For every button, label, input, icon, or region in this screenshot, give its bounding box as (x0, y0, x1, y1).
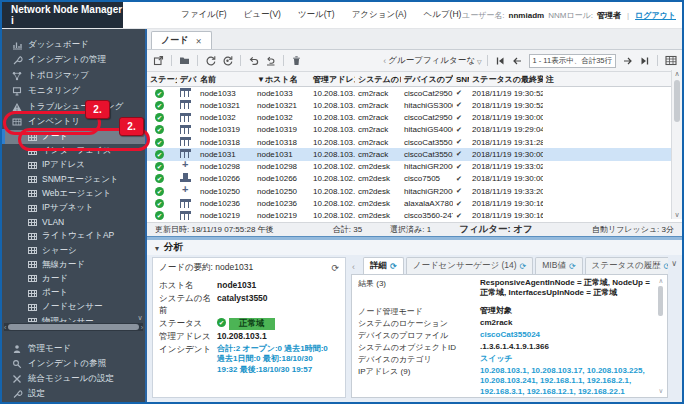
menu-actions[interactable]: アクション(A) (352, 9, 407, 21)
table-row[interactable]: node10250 node10250 10.208.102.5 cm2desk… (147, 185, 682, 197)
refresh-button[interactable] (203, 53, 218, 68)
sidebar-subitem[interactable]: ライトウェイトAP (2, 229, 145, 243)
sidebar-subitem[interactable]: IPサブネット (2, 201, 145, 215)
menu-help[interactable]: ヘルプ(H) (423, 9, 461, 21)
logout-link[interactable]: ログアウト (635, 10, 676, 21)
ip-address-link[interactable]: 192.168.22.1 (578, 387, 625, 396)
sidebar-horizontal-scrollbar[interactable]: ‹› (4, 323, 143, 331)
scroll-up-icon[interactable]: ∧ (659, 277, 664, 285)
analysis-tab[interactable]: MIB値 (535, 257, 582, 274)
next-page-button[interactable] (620, 53, 635, 68)
sidebar-item-dashboard[interactable]: ダッシュボード (2, 37, 145, 53)
refresh-icon[interactable] (331, 263, 339, 273)
open-in-new-window-button[interactable] (151, 53, 166, 68)
sidebar-subitem[interactable]: 無線カード (2, 258, 145, 272)
table-row[interactable]: node10319 node10319 10.208.103.1 cm2rack… (147, 124, 682, 136)
last-page-button[interactable] (637, 53, 652, 68)
menu-file[interactable]: ファイル(F) (181, 9, 227, 21)
table-row[interactable]: node1032 node1032 10.208.103.2 cm2rack c… (147, 112, 682, 124)
ip-address-link[interactable]: 10.208.103.17 (531, 366, 587, 375)
panel-collapse-icon[interactable] (671, 259, 677, 268)
sidebar-subitem[interactable]: ノードセンサー (2, 300, 145, 314)
magnifier-icon (11, 359, 22, 369)
scrollbar-thumb[interactable] (8, 324, 138, 330)
ip-address-link[interactable]: 192.168.12.1 (527, 387, 578, 396)
ip-address-link[interactable]: 192.168.1.1 (540, 376, 587, 385)
ip-address-link[interactable]: 192.168.2.1 (587, 376, 632, 385)
analysis-tab[interactable]: 詳細 (363, 257, 404, 274)
tabs-scroll-left-icon[interactable] (352, 262, 355, 272)
scroll-down-icon[interactable]: ∨ (137, 314, 142, 322)
ip-address-link[interactable]: 10.208.103.225 (587, 366, 645, 375)
previous-page-button[interactable] (510, 53, 525, 68)
sidebar-item-configuration[interactable]: 設定 (2, 386, 145, 401)
first-page-button[interactable] (493, 53, 508, 68)
ip-address-link[interactable]: 10.208.103.241 (480, 376, 540, 385)
undo-button[interactable] (246, 53, 261, 68)
submenu-scrollbar[interactable]: ∧∨ (136, 130, 144, 322)
sidebar-item-monitoring[interactable]: モニタリング (2, 84, 145, 100)
sidebar-item-incident-browsing[interactable]: インシデントの参照 (2, 356, 145, 371)
col-system-location[interactable]: システムのロケ (355, 74, 401, 85)
menu-view[interactable]: ビュー(V) (244, 9, 281, 21)
scrollbar-thumb[interactable] (658, 286, 663, 316)
menu-tools[interactable]: ツール(T) (298, 9, 335, 21)
table-row[interactable]: node10236 node10236 10.208.102.3 cm2desk… (147, 197, 682, 209)
col-status[interactable]: ステータ (147, 74, 177, 85)
table-row[interactable]: node10318 node10318 10.208.103.1 cm2rack… (147, 136, 682, 148)
analysis-tab[interactable]: ステータスの履歴 (585, 257, 668, 274)
scroll-down-icon[interactable]: ∨ (659, 387, 664, 395)
analysis-panel-header[interactable]: 分析 (147, 240, 682, 255)
scrollbar-thumb[interactable] (674, 80, 680, 122)
col-mgmt-address[interactable]: 管理アドレス (310, 74, 355, 85)
sidebar-subitem[interactable]: Webエージェント (2, 187, 145, 201)
delete-button[interactable] (289, 53, 304, 68)
col-notes[interactable]: 注 (543, 74, 682, 85)
table-row[interactable]: node1033 node1033 10.208.103.3 cm2rack c… (147, 87, 682, 99)
table-row[interactable]: node10266 node10266 10.208.102.6 cm2desk… (147, 173, 682, 185)
col-name[interactable]: 名前 (197, 74, 254, 85)
close-tab-icon[interactable] (195, 36, 201, 46)
table-row[interactable]: node1031 node1031 10.208.103.1 cm2rack c… (147, 148, 682, 160)
table-settings-button[interactable] (663, 53, 678, 68)
revert-button[interactable] (263, 53, 278, 68)
table-scrollbar[interactable]: ∧ ∨ (671, 70, 682, 219)
col-snmp[interactable]: SNM (453, 75, 469, 84)
table-row[interactable]: node10219 node10219 10.208.102.1 cm2desk… (147, 210, 682, 222)
col-hostname[interactable]: ▼ホスト名 (254, 74, 310, 85)
sidebar-subitem[interactable]: IPアドレス (2, 158, 145, 172)
node-view-tab[interactable]: ノード (151, 31, 212, 49)
folder-button[interactable] (177, 53, 192, 68)
sidebar-subitem[interactable]: カード (2, 272, 145, 286)
sidebar-subitem[interactable]: インターフェイス (2, 144, 145, 158)
analysis-tab[interactable]: ノードセンサーゲージ (14) (406, 257, 534, 274)
col-device[interactable]: デバ (177, 74, 197, 85)
bar-chart-icon (11, 40, 22, 50)
device-profile-link[interactable]: ciscoCat355024 (480, 330, 540, 339)
sidebar-item-topology-map[interactable]: トポロジマップ (2, 68, 145, 84)
group-filter-dropdown[interactable]: グループフィルターな (383, 55, 481, 67)
sidebar-item-management-mode[interactable]: 管理モード (2, 341, 145, 356)
sidebar-subitem[interactable]: シャーシ (2, 244, 145, 258)
table-row[interactable]: node10298 node10298 10.208.102.9 cm2desk… (147, 161, 682, 173)
scroll-left-icon[interactable]: ‹ (4, 324, 6, 331)
table-status-bar: 更新日時: 18/11/19 07:55:28 午後 合計: 35 選択済み: … (147, 222, 682, 236)
device-category-link[interactable]: スイッチ (480, 354, 513, 363)
sidebar-subitem[interactable]: VLAN (2, 215, 145, 229)
sidebar-subitem[interactable]: SNMPエージェント (2, 173, 145, 187)
sidebar-item-incident-management[interactable]: インシデントの管理 (2, 53, 145, 69)
sidebar-subitem[interactable]: ポート (2, 286, 145, 300)
col-device-profile[interactable]: デバイスのプロ (401, 74, 453, 85)
sidebar-item-troubleshooting[interactable]: トラブルシューティング (2, 99, 145, 115)
ip-address-link[interactable]: 192.168.3.1 (480, 387, 527, 396)
sidebar-item-integration-module-config[interactable]: 統合モジュールの設定 (2, 371, 145, 386)
scroll-right-icon[interactable]: › (141, 324, 143, 331)
table-row[interactable]: node10321 node10321 10.208.103.2 cm2rack… (147, 99, 682, 111)
sidebar-subitem[interactable]: 物理センサー (2, 314, 145, 322)
refresh-status-button[interactable] (220, 53, 235, 68)
col-status-last-change[interactable]: ステータスの最終変 (469, 74, 543, 85)
detail-scrollbar[interactable]: ∧ ∨ (657, 277, 665, 395)
ip-address-link[interactable]: 10.208.103.1 (480, 366, 531, 375)
scroll-down-icon[interactable]: ∨ (674, 211, 679, 219)
scroll-up-icon[interactable]: ∧ (674, 70, 679, 78)
